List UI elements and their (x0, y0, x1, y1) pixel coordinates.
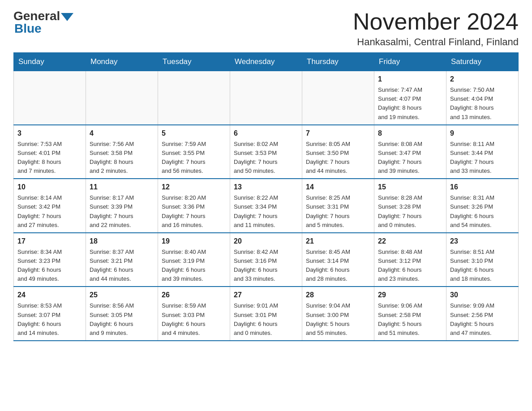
calendar-table: Sunday Monday Tuesday Wednesday Thursday… (13, 52, 519, 341)
day-number: 3 (17, 128, 82, 139)
day-info: Sunrise: 9:01 AM Sunset: 3:01 PM Dayligh… (234, 301, 298, 338)
calendar-cell: 27Sunrise: 9:01 AM Sunset: 3:01 PM Dayli… (230, 287, 302, 341)
calendar-cell: 8Sunrise: 8:08 AM Sunset: 3:47 PM Daylig… (374, 125, 446, 179)
day-number: 15 (378, 182, 442, 193)
calendar-cell: 29Sunrise: 9:06 AM Sunset: 2:58 PM Dayli… (374, 287, 446, 341)
logo-blue-text: Blue (13, 21, 42, 36)
calendar-cell: 11Sunrise: 8:17 AM Sunset: 3:39 PM Dayli… (86, 179, 158, 233)
calendar-cell: 30Sunrise: 9:09 AM Sunset: 2:56 PM Dayli… (446, 287, 519, 341)
day-number: 5 (162, 128, 226, 139)
day-info: Sunrise: 9:04 AM Sunset: 3:00 PM Dayligh… (306, 301, 370, 338)
day-number: 25 (90, 290, 154, 300)
day-number: 27 (234, 290, 298, 300)
logo-arrow-icon (61, 13, 73, 21)
calendar-cell: 26Sunrise: 8:59 AM Sunset: 3:03 PM Dayli… (158, 287, 230, 341)
calendar-cell: 20Sunrise: 8:42 AM Sunset: 3:16 PM Dayli… (230, 233, 302, 287)
day-number: 12 (162, 182, 226, 193)
calendar-cell (14, 71, 86, 125)
day-number: 16 (450, 182, 515, 193)
calendar-cell: 4Sunrise: 7:56 AM Sunset: 3:58 PM Daylig… (86, 125, 158, 179)
day-info: Sunrise: 8:28 AM Sunset: 3:28 PM Dayligh… (378, 193, 442, 230)
day-info: Sunrise: 8:37 AM Sunset: 3:21 PM Dayligh… (90, 248, 154, 284)
calendar-cell: 19Sunrise: 8:40 AM Sunset: 3:19 PM Dayli… (158, 233, 230, 287)
calendar-week-row: 1Sunrise: 7:47 AM Sunset: 4:07 PM Daylig… (14, 71, 519, 125)
day-info: Sunrise: 8:56 AM Sunset: 3:05 PM Dayligh… (90, 301, 154, 338)
day-number: 30 (450, 290, 515, 300)
calendar-week-row: 24Sunrise: 8:53 AM Sunset: 3:07 PM Dayli… (14, 287, 519, 341)
day-info: Sunrise: 7:50 AM Sunset: 4:04 PM Dayligh… (450, 86, 515, 122)
header-monday: Monday (86, 53, 158, 71)
day-number: 28 (306, 290, 370, 300)
day-number: 22 (378, 236, 442, 247)
title-section: November 2024 Hankasalmi, Central Finlan… (353, 9, 519, 48)
day-number: 21 (306, 236, 370, 247)
day-number: 1 (378, 74, 442, 85)
day-number: 13 (234, 182, 298, 193)
day-info: Sunrise: 8:53 AM Sunset: 3:07 PM Dayligh… (17, 301, 82, 338)
day-info: Sunrise: 8:11 AM Sunset: 3:44 PM Dayligh… (450, 140, 515, 176)
calendar-cell: 1Sunrise: 7:47 AM Sunset: 4:07 PM Daylig… (374, 71, 446, 125)
calendar-cell: 17Sunrise: 8:34 AM Sunset: 3:23 PM Dayli… (14, 233, 86, 287)
header-saturday: Saturday (446, 53, 519, 71)
calendar-cell: 13Sunrise: 8:22 AM Sunset: 3:34 PM Dayli… (230, 179, 302, 233)
calendar-cell (158, 71, 230, 125)
calendar-cell: 12Sunrise: 8:20 AM Sunset: 3:36 PM Dayli… (158, 179, 230, 233)
day-info: Sunrise: 9:09 AM Sunset: 2:56 PM Dayligh… (450, 301, 515, 338)
day-info: Sunrise: 8:42 AM Sunset: 3:16 PM Dayligh… (234, 248, 298, 284)
header-wednesday: Wednesday (230, 53, 302, 71)
day-number: 6 (234, 128, 298, 139)
day-info: Sunrise: 8:59 AM Sunset: 3:03 PM Dayligh… (162, 301, 226, 338)
calendar-cell: 25Sunrise: 8:56 AM Sunset: 3:05 PM Dayli… (86, 287, 158, 341)
calendar-cell: 5Sunrise: 7:59 AM Sunset: 3:55 PM Daylig… (158, 125, 230, 179)
header-sunday: Sunday (14, 53, 86, 71)
calendar-cell (302, 71, 374, 125)
calendar-cell: 23Sunrise: 8:51 AM Sunset: 3:10 PM Dayli… (446, 233, 519, 287)
day-info: Sunrise: 8:34 AM Sunset: 3:23 PM Dayligh… (17, 248, 82, 284)
calendar-cell: 9Sunrise: 8:11 AM Sunset: 3:44 PM Daylig… (446, 125, 519, 179)
day-info: Sunrise: 7:56 AM Sunset: 3:58 PM Dayligh… (90, 140, 154, 176)
day-info: Sunrise: 8:02 AM Sunset: 3:53 PM Dayligh… (234, 140, 298, 176)
day-info: Sunrise: 8:45 AM Sunset: 3:14 PM Dayligh… (306, 248, 370, 284)
day-info: Sunrise: 8:48 AM Sunset: 3:12 PM Dayligh… (378, 248, 442, 284)
header-thursday: Thursday (302, 53, 374, 71)
calendar-cell: 18Sunrise: 8:37 AM Sunset: 3:21 PM Dayli… (86, 233, 158, 287)
day-number: 29 (378, 290, 442, 300)
day-info: Sunrise: 8:17 AM Sunset: 3:39 PM Dayligh… (90, 193, 154, 230)
day-number: 19 (162, 236, 226, 247)
day-info: Sunrise: 8:40 AM Sunset: 3:19 PM Dayligh… (162, 248, 226, 284)
calendar-week-row: 17Sunrise: 8:34 AM Sunset: 3:23 PM Dayli… (14, 233, 519, 287)
day-info: Sunrise: 8:22 AM Sunset: 3:34 PM Dayligh… (234, 193, 298, 230)
day-number: 14 (306, 182, 370, 193)
day-number: 24 (17, 290, 82, 300)
day-number: 26 (162, 290, 226, 300)
calendar-week-row: 3Sunrise: 7:53 AM Sunset: 4:01 PM Daylig… (14, 125, 519, 179)
header-tuesday: Tuesday (158, 53, 230, 71)
calendar-cell: 3Sunrise: 7:53 AM Sunset: 4:01 PM Daylig… (14, 125, 86, 179)
day-info: Sunrise: 7:47 AM Sunset: 4:07 PM Dayligh… (378, 86, 442, 122)
calendar-cell: 28Sunrise: 9:04 AM Sunset: 3:00 PM Dayli… (302, 287, 374, 341)
day-number: 7 (306, 128, 370, 139)
day-number: 17 (17, 236, 82, 247)
calendar-cell: 14Sunrise: 8:25 AM Sunset: 3:31 PM Dayli… (302, 179, 374, 233)
day-number: 23 (450, 236, 515, 247)
day-info: Sunrise: 8:51 AM Sunset: 3:10 PM Dayligh… (450, 248, 515, 284)
calendar-cell (230, 71, 302, 125)
day-info: Sunrise: 8:14 AM Sunset: 3:42 PM Dayligh… (17, 193, 82, 230)
header-friday: Friday (374, 53, 446, 71)
header: General Blue November 2024 Hankasalmi, C… (13, 9, 519, 48)
calendar-week-row: 10Sunrise: 8:14 AM Sunset: 3:42 PM Dayli… (14, 179, 519, 233)
calendar-cell: 2Sunrise: 7:50 AM Sunset: 4:04 PM Daylig… (446, 71, 519, 125)
calendar-cell: 24Sunrise: 8:53 AM Sunset: 3:07 PM Dayli… (14, 287, 86, 341)
day-info: Sunrise: 8:08 AM Sunset: 3:47 PM Dayligh… (378, 140, 442, 176)
calendar-cell: 21Sunrise: 8:45 AM Sunset: 3:14 PM Dayli… (302, 233, 374, 287)
day-info: Sunrise: 8:31 AM Sunset: 3:26 PM Dayligh… (450, 193, 515, 230)
location: Hankasalmi, Central Finland, Finland (353, 36, 519, 48)
day-number: 10 (17, 182, 82, 193)
day-info: Sunrise: 7:59 AM Sunset: 3:55 PM Dayligh… (162, 140, 226, 176)
day-number: 4 (90, 128, 154, 139)
day-info: Sunrise: 8:25 AM Sunset: 3:31 PM Dayligh… (306, 193, 370, 230)
calendar-cell: 15Sunrise: 8:28 AM Sunset: 3:28 PM Dayli… (374, 179, 446, 233)
day-number: 18 (90, 236, 154, 247)
calendar-cell: 6Sunrise: 8:02 AM Sunset: 3:53 PM Daylig… (230, 125, 302, 179)
calendar-cell: 16Sunrise: 8:31 AM Sunset: 3:26 PM Dayli… (446, 179, 519, 233)
